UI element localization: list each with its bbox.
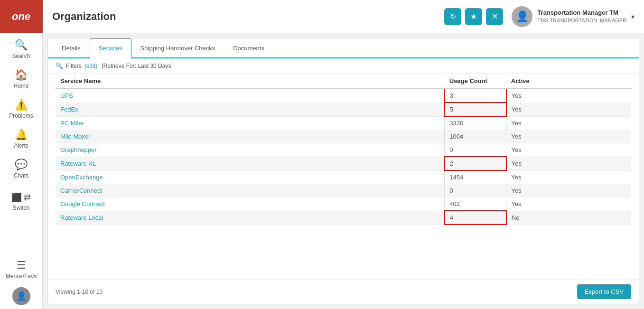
- close-button[interactable]: ✕: [486, 8, 503, 25]
- active-cell: Yes: [506, 130, 563, 143]
- sidebar-item-search[interactable]: 🔍 Search: [0, 33, 42, 63]
- active-cell: Yes: [506, 170, 563, 184]
- usage-count-cell: 0: [445, 143, 506, 157]
- service-name-cell[interactable]: CarrierConnect: [56, 184, 445, 197]
- services-table-container: Service Name Usage Count Active UPS3YesF…: [48, 74, 639, 279]
- export-csv-button[interactable]: Export to CSV: [577, 284, 631, 299]
- sidebar-item-switch[interactable]: ⬛ ⇄ Switch: [0, 183, 42, 215]
- active-cell: Yes: [506, 103, 563, 116]
- table-footer: Viewing 1-10 of 10 Export to CSV: [48, 279, 639, 304]
- sidebar: one 🔍 Search 🏠 Home ⚠️ Problems 🔔 Alerts…: [0, 0, 43, 309]
- bell-icon: 🔔: [15, 129, 28, 141]
- table-row: PC Miler3330Yes: [56, 116, 631, 130]
- table-row: UPS3Yes: [56, 89, 631, 103]
- filter-label: Filters: [66, 63, 82, 69]
- menu-icon: ☰: [17, 259, 26, 272]
- active-cell: Yes: [506, 157, 563, 170]
- usage-count-cell: 402: [445, 197, 506, 211]
- usage-count-cell: 3: [445, 89, 506, 103]
- page-body: Details Services Shipping Handover Check…: [47, 38, 639, 304]
- service-name-cell[interactable]: PC Miler: [56, 116, 445, 130]
- sidebar-item-chats[interactable]: 💬 Chats: [0, 153, 42, 183]
- avatar-image: 👤: [12, 287, 30, 305]
- sidebar-item-problems[interactable]: ⚠️ Problems: [0, 93, 42, 123]
- table-row: Mile Maker1004Yes: [56, 130, 631, 143]
- favorite-button[interactable]: ★: [465, 8, 482, 25]
- sidebar-item-home[interactable]: 🏠 Home: [0, 63, 42, 93]
- table-row: Google Connect402Yes: [56, 197, 631, 211]
- col-service-name: Service Name: [56, 74, 445, 89]
- active-cell: Yes: [506, 143, 563, 157]
- col-active: Active: [506, 74, 563, 89]
- filters-row: 🔍 Filters (edit): [Retrieve For: Last 30…: [48, 58, 639, 74]
- table-row: OpenExchange1454Yes: [56, 170, 631, 184]
- services-table: Service Name Usage Count Active UPS3YesF…: [56, 74, 631, 225]
- header-actions: ↻ ★ ✕ 👤 Transportation Manager TM TMS.TR…: [444, 6, 635, 27]
- service-name-cell[interactable]: OpenExchange: [56, 170, 445, 184]
- user-menu[interactable]: 👤 Transportation Manager TM TMS.TRANSPOR…: [512, 6, 635, 27]
- viewing-count: Viewing 1-10 of 10: [56, 289, 103, 295]
- table-row: Rateware XL2Yes: [56, 157, 631, 170]
- usage-count-cell: 0: [445, 184, 506, 197]
- table-row: FedEx5Yes: [56, 103, 631, 116]
- table-row: Graphhopper0Yes: [56, 143, 631, 157]
- filter-icon: 🔍: [56, 62, 63, 69]
- service-name-cell[interactable]: Mile Maker: [56, 130, 445, 143]
- usage-count-cell: 1454: [445, 170, 506, 184]
- active-cell: No: [506, 211, 563, 225]
- chat-icon: 💬: [15, 159, 28, 171]
- usage-count-cell: 4: [445, 211, 506, 225]
- search-icon: 🔍: [15, 39, 28, 51]
- switch-icon-right: ⇄: [24, 192, 31, 203]
- service-name-cell[interactable]: Rateware XL: [56, 157, 445, 170]
- service-name-cell[interactable]: FedEx: [56, 103, 445, 116]
- service-name-cell[interactable]: Google Connect: [56, 197, 445, 211]
- service-name-cell[interactable]: Graphhopper: [56, 143, 445, 157]
- user-name: Transportation Manager TM: [537, 9, 626, 17]
- home-icon: 🏠: [15, 69, 28, 81]
- filter-edit[interactable]: (edit):: [84, 63, 99, 69]
- tab-services[interactable]: Services: [90, 38, 131, 58]
- active-cell: Yes: [506, 197, 563, 211]
- service-name-cell[interactable]: UPS: [56, 89, 445, 103]
- tab-documents[interactable]: Documents: [224, 38, 273, 58]
- refresh-button[interactable]: ↻: [444, 8, 461, 25]
- sidebar-user-avatar[interactable]: 👤: [12, 283, 30, 309]
- page-title: Organization: [52, 10, 116, 23]
- usage-count-cell: 3330: [445, 116, 506, 130]
- sidebar-item-alerts[interactable]: 🔔 Alerts: [0, 123, 42, 153]
- usage-count-cell: 1004: [445, 130, 506, 143]
- tab-details[interactable]: Details: [53, 38, 90, 58]
- switch-icon-left: ⬛: [11, 192, 22, 203]
- user-avatar: 👤: [512, 6, 532, 27]
- app-logo[interactable]: one: [0, 0, 43, 33]
- usage-count-cell: 5: [445, 103, 506, 116]
- table-row: CarrierConnect0Yes: [56, 184, 631, 197]
- sidebar-item-menus[interactable]: ☰ Menus/Favs: [0, 253, 42, 283]
- usage-count-cell: 2: [445, 157, 506, 170]
- service-name-cell[interactable]: Rateware Local: [56, 211, 445, 225]
- header: Organization ↻ ★ ✕ 👤 Transportation Mana…: [43, 0, 644, 33]
- active-cell: Yes: [506, 116, 563, 130]
- tab-shipping[interactable]: Shipping Handover Checks: [131, 38, 224, 58]
- filter-value: [Retrieve For: Last 30 Days]: [102, 63, 172, 69]
- table-header-row: Service Name Usage Count Active: [56, 74, 631, 89]
- user-role: TMS.TRANSPORTATION_MANAGER: [537, 17, 626, 24]
- table-row: Rateware Local4No: [56, 211, 631, 225]
- tabs: Details Services Shipping Handover Check…: [48, 38, 639, 58]
- warning-icon: ⚠️: [15, 99, 28, 111]
- col-usage-count: Usage Count: [445, 74, 506, 89]
- chevron-down-icon: ▾: [631, 13, 635, 20]
- active-cell: Yes: [506, 184, 563, 197]
- main-content: Organization ↻ ★ ✕ 👤 Transportation Mana…: [43, 0, 644, 309]
- active-cell: Yes: [506, 89, 563, 103]
- switch-icons: ⬛ ⇄: [11, 188, 31, 205]
